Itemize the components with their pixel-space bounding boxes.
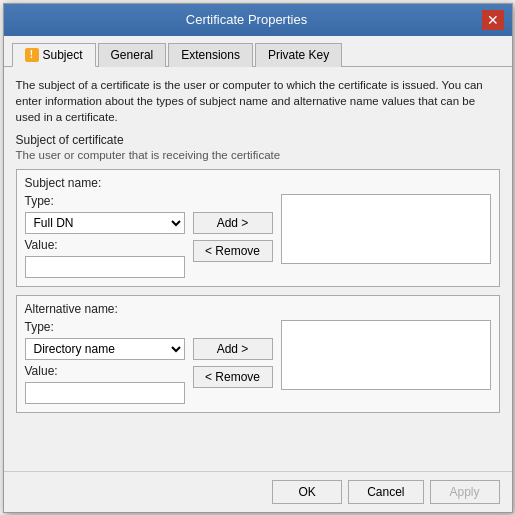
subject-add-button[interactable]: Add > [193, 212, 273, 234]
warning-icon: ! [25, 48, 39, 62]
description-text: The subject of a certificate is the user… [16, 77, 500, 125]
subject-value-label: Value: [25, 238, 185, 252]
alt-name-group: Alternative name: Type: Directory name D… [16, 295, 500, 413]
tab-subject[interactable]: ! Subject [12, 43, 96, 67]
section-title: Subject of certificate [16, 133, 500, 147]
dialog-body: The subject of a certificate is the user… [4, 67, 512, 471]
close-button[interactable]: ✕ [482, 10, 504, 30]
alt-name-row: Type: Directory name DNS Email IP addres… [25, 320, 491, 404]
section-subtitle: The user or computer that is receiving t… [16, 149, 500, 161]
tab-private-key[interactable]: Private Key [255, 43, 342, 67]
subject-mid-col: Add > < Remove [193, 194, 273, 262]
alt-add-button[interactable]: Add > [193, 338, 273, 360]
alt-name-label: Alternative name: [25, 302, 491, 316]
alt-remove-button[interactable]: < Remove [193, 366, 273, 388]
certificate-properties-dialog: Certificate Properties ✕ ! Subject Gener… [3, 3, 513, 513]
alt-type-label: Type: [25, 320, 185, 334]
title-bar: Certificate Properties ✕ [4, 4, 512, 36]
tab-general[interactable]: General [98, 43, 167, 67]
ok-button[interactable]: OK [272, 480, 342, 504]
alt-value-input[interactable] [25, 382, 185, 404]
alt-value-label: Value: [25, 364, 185, 378]
subject-name-label: Subject name: [25, 176, 491, 190]
alt-list-box[interactable] [281, 320, 491, 390]
subject-value-input[interactable] [25, 256, 185, 278]
subject-name-row: Type: Full DN Common name Country Locali… [25, 194, 491, 278]
alt-mid-col: Add > < Remove [193, 320, 273, 388]
dialog-title: Certificate Properties [12, 12, 482, 27]
apply-button[interactable]: Apply [430, 480, 500, 504]
subject-name-group: Subject name: Type: Full DN Common name … [16, 169, 500, 287]
subject-left-col: Type: Full DN Common name Country Locali… [25, 194, 185, 278]
subject-list-box[interactable] [281, 194, 491, 264]
alt-type-select[interactable]: Directory name DNS Email IP address URI … [25, 338, 185, 360]
tab-extensions[interactable]: Extensions [168, 43, 253, 67]
subject-type-label: Type: [25, 194, 185, 208]
subject-remove-button[interactable]: < Remove [193, 240, 273, 262]
tab-bar: ! Subject General Extensions Private Key [4, 36, 512, 67]
alt-left-col: Type: Directory name DNS Email IP addres… [25, 320, 185, 404]
dialog-footer: OK Cancel Apply [4, 471, 512, 512]
subject-type-select[interactable]: Full DN Common name Country Locality Org… [25, 212, 185, 234]
cancel-button[interactable]: Cancel [348, 480, 423, 504]
